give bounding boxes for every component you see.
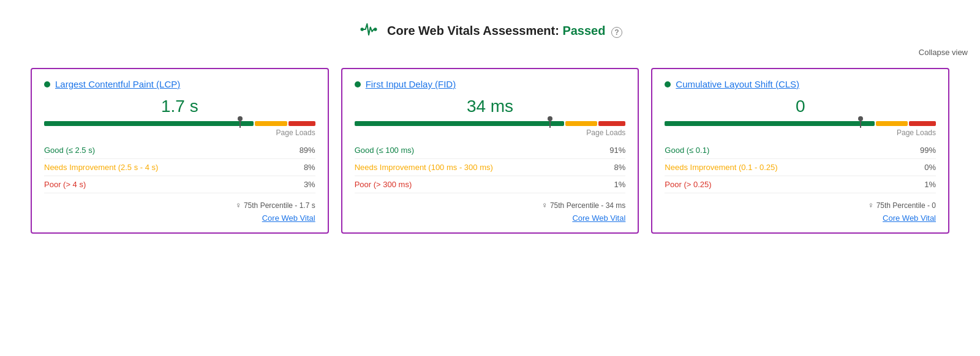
percentile-cls: ♀75th Percentile - 0 [665, 201, 936, 210]
table-row: Poor (> 300 ms)1% [355, 176, 626, 193]
status-dot [665, 81, 671, 87]
bar-segment-good [44, 121, 254, 126]
status-dot [44, 81, 50, 87]
bar-segment-poor [598, 121, 625, 126]
stats-table-fid: Good (≤ 100 ms)91%Needs Improvement (100… [355, 142, 626, 193]
progress-bar-lcp [44, 121, 315, 126]
table-row: Good (≤ 100 ms)91% [355, 142, 626, 159]
bar-segment-needs [565, 121, 598, 126]
help-icon[interactable]: ? [611, 27, 622, 38]
bar-marker [549, 119, 551, 128]
core-web-vital-link-cls[interactable]: Core Web Vital [665, 213, 936, 223]
page-loads-label: Page Loads [665, 128, 936, 137]
progress-bar-fid [355, 121, 626, 126]
table-row: Needs Improvement (2.5 s - 4 s)8% [44, 159, 315, 176]
bar-segment-poor [288, 121, 315, 126]
stats-table-cls: Good (≤ 0.1)99%Needs Improvement (0.1 - … [665, 142, 936, 193]
table-row: Poor (> 0.25)1% [665, 176, 936, 193]
cards-container: Largest Contentful Paint (LCP)1.7 sPage … [12, 68, 968, 234]
core-web-vital-link-fid[interactable]: Core Web Vital [355, 213, 626, 223]
bar-marker [239, 119, 241, 128]
core-web-vital-link-lcp[interactable]: Core Web Vital [44, 213, 315, 223]
bar-marker [860, 119, 861, 128]
percentile-fid: ♀75th Percentile - 34 ms [355, 201, 626, 210]
page-header: Core Web Vitals Assessment: Passed ? [12, 12, 968, 43]
table-row: Good (≤ 2.5 s)89% [44, 142, 315, 159]
percentile-text: 75th Percentile - 1.7 s [244, 201, 315, 210]
assessment-title: Core Web Vitals Assessment: Passed ? [387, 24, 622, 38]
pin-icon: ♀ [868, 201, 874, 210]
page-loads-label: Page Loads [355, 128, 626, 137]
card-cls: Cumulative Layout Shift (CLS)0Page Loads… [651, 68, 949, 234]
page-loads-label: Page Loads [44, 128, 315, 137]
card-header-cls: Cumulative Layout Shift (CLS) [665, 79, 936, 89]
pin-icon: ♀ [235, 201, 241, 210]
bar-segment-needs [876, 121, 908, 126]
vitals-icon [358, 18, 380, 43]
table-row: Needs Improvement (0.1 - 0.25)0% [665, 159, 936, 176]
metric-value-fid: 34 ms [355, 97, 626, 116]
percentile-text: 75th Percentile - 0 [876, 201, 936, 210]
progress-bar-cls [665, 121, 936, 126]
pin-icon: ♀ [541, 201, 548, 210]
card-header-lcp: Largest Contentful Paint (LCP) [44, 79, 315, 89]
bar-segment-good [665, 121, 874, 126]
percentile-lcp: ♀75th Percentile - 1.7 s [44, 201, 315, 210]
percentile-text: 75th Percentile - 34 ms [550, 201, 625, 210]
card-title-cls[interactable]: Cumulative Layout Shift (CLS) [676, 79, 799, 89]
bar-segment-needs [255, 121, 287, 126]
card-title-lcp[interactable]: Largest Contentful Paint (LCP) [55, 79, 180, 89]
table-row: Needs Improvement (100 ms - 300 ms)8% [355, 159, 626, 176]
metric-value-cls: 0 [665, 97, 936, 116]
card-header-fid: First Input Delay (FID) [355, 79, 626, 89]
bar-segment-good [355, 121, 564, 126]
card-lcp: Largest Contentful Paint (LCP)1.7 sPage … [31, 68, 329, 234]
table-row: Poor (> 4 s)3% [44, 176, 315, 193]
metric-value-lcp: 1.7 s [44, 97, 315, 116]
status-dot [355, 81, 361, 87]
card-fid: First Input Delay (FID)34 msPage LoadsGo… [341, 68, 639, 234]
table-row: Good (≤ 0.1)99% [665, 142, 936, 159]
collapse-view-button[interactable]: Collapse view [12, 48, 968, 57]
card-title-fid[interactable]: First Input Delay (FID) [366, 79, 456, 89]
bar-segment-poor [909, 121, 936, 126]
stats-table-lcp: Good (≤ 2.5 s)89%Needs Improvement (2.5 … [44, 142, 315, 193]
